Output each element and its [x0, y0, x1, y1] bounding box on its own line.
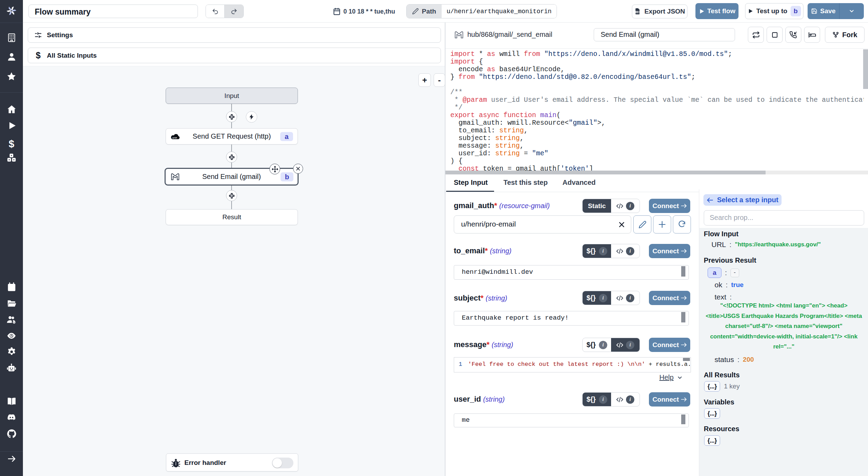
svg-text:HTTP: HTTP [173, 137, 177, 139]
